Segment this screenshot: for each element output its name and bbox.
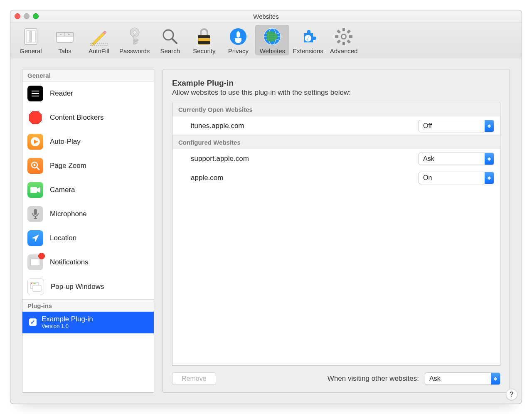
- privacy-icon: [228, 27, 248, 47]
- other-websites-label: When visiting other websites:: [328, 375, 419, 383]
- svg-rect-33: [335, 35, 338, 38]
- svg-rect-36: [337, 39, 341, 44]
- stepper-icon: [485, 172, 494, 184]
- security-icon: [194, 27, 214, 47]
- website-permission-select[interactable]: On: [419, 172, 494, 184]
- sidebar-item-label: Page Zoom: [50, 162, 86, 170]
- sidebar-item-label: Pop-up Windows: [51, 283, 104, 291]
- sidebar-item-reader[interactable]: Reader: [22, 81, 154, 106]
- content-blockers-icon: [27, 110, 43, 126]
- titlebar: Websites: [10, 10, 522, 22]
- plugin-title: Example Plug-in: [42, 315, 93, 323]
- sidebar-item-microphone[interactable]: Microphone: [22, 202, 154, 226]
- sidebar-item-content-blockers[interactable]: Content Blockers: [22, 106, 154, 130]
- stepper-icon: [485, 120, 494, 132]
- body: General Reader Content Blockers Auto-Pla…: [10, 57, 522, 404]
- open-websites-header: Currently Open Websites: [172, 103, 500, 116]
- websites-icon: [262, 27, 282, 47]
- zoom-window-button[interactable]: [33, 13, 39, 19]
- svg-point-61: [34, 283, 36, 284]
- website-domain: apple.com: [191, 174, 414, 182]
- detail-footer: Remove When visiting other websites: Ask: [172, 372, 500, 385]
- configured-websites-header: Configured Websites: [172, 136, 500, 149]
- plugin-version: Version 1.0: [42, 323, 93, 330]
- page-zoom-icon: [27, 158, 43, 174]
- auto-play-icon: [27, 134, 43, 150]
- tabs-icon: − +: [55, 27, 75, 47]
- svg-marker-51: [37, 187, 40, 193]
- remove-button[interactable]: Remove: [172, 372, 216, 385]
- sidebar-item-example-plugin[interactable]: ✓ Example Plug-in Version 1.0: [22, 312, 154, 333]
- tab-extensions[interactable]: Extensions: [289, 25, 326, 55]
- tab-advanced[interactable]: Advanced: [327, 25, 361, 55]
- website-row[interactable]: apple.com On: [172, 168, 500, 187]
- window-title: Websites: [10, 13, 522, 20]
- detail-panel: Example Plug-in Allow websites to use th…: [163, 69, 510, 393]
- svg-point-13: [133, 31, 136, 34]
- extensions-icon: [298, 27, 318, 47]
- sidebar-item-label: Microphone: [50, 210, 87, 218]
- preferences-toolbar: General − + Tabs: [10, 22, 522, 57]
- passwords-icon: [125, 27, 145, 47]
- website-row[interactable]: support.apple.com Ask: [172, 149, 500, 168]
- tab-tabs[interactable]: − + Tabs: [48, 25, 82, 55]
- svg-rect-56: [31, 259, 40, 266]
- websites-list: Currently Open Websites itunes.apple.com…: [172, 103, 500, 366]
- general-icon: [21, 27, 41, 47]
- autofill-icon: [89, 27, 109, 47]
- popup-windows-icon: [27, 278, 44, 295]
- tab-passwords[interactable]: Passwords: [116, 25, 153, 55]
- sidebar-item-popup-windows[interactable]: Pop-up Windows: [22, 274, 154, 299]
- sidebar-item-notifications[interactable]: Notifications: [22, 250, 154, 274]
- tab-general[interactable]: General: [14, 25, 48, 55]
- sidebar-item-location[interactable]: Location: [22, 226, 154, 250]
- preferences-window: Websites General − +: [10, 10, 522, 404]
- tab-websites[interactable]: Websites: [255, 25, 289, 55]
- website-permission-select[interactable]: Ask: [419, 153, 494, 165]
- website-permission-select[interactable]: Off: [419, 120, 494, 132]
- tab-autofill[interactable]: AutoFill: [82, 25, 116, 55]
- detail-title: Example Plug-in: [172, 79, 500, 88]
- website-row[interactable]: itunes.apple.com Off: [172, 116, 500, 136]
- microphone-icon: [27, 206, 43, 222]
- svg-rect-16: [135, 42, 137, 43]
- sidebar-item-label: Location: [50, 234, 76, 242]
- close-window-button[interactable]: [15, 13, 20, 19]
- reader-icon: [27, 86, 43, 101]
- website-domain: support.apple.com: [191, 155, 414, 163]
- tab-privacy[interactable]: Privacy: [221, 25, 255, 55]
- svg-rect-21: [198, 41, 210, 44]
- sidebar-item-page-zoom[interactable]: Page Zoom: [22, 154, 154, 178]
- svg-text:−: −: [59, 32, 62, 37]
- svg-point-59: [31, 283, 32, 284]
- stepper-icon: [491, 373, 500, 384]
- other-websites-select[interactable]: Ask: [425, 372, 500, 385]
- tab-search[interactable]: Search: [153, 25, 187, 55]
- help-button[interactable]: ?: [506, 389, 517, 400]
- plugin-enabled-checkbox[interactable]: ✓: [29, 318, 37, 326]
- svg-text:+: +: [68, 32, 70, 37]
- location-icon: [27, 230, 43, 246]
- svg-point-60: [33, 283, 34, 284]
- traffic-lights: [10, 13, 39, 19]
- sidebar-item-camera[interactable]: Camera: [22, 178, 154, 202]
- svg-marker-55: [32, 234, 39, 242]
- tab-security[interactable]: Security: [187, 25, 221, 55]
- svg-rect-58: [33, 285, 41, 291]
- notifications-icon: [27, 254, 43, 270]
- svg-line-47: [37, 167, 39, 170]
- websites-sidebar: General Reader Content Blockers Auto-Pla…: [22, 69, 154, 393]
- advanced-icon: [334, 27, 354, 47]
- sidebar-item-auto-play[interactable]: Auto-Play: [22, 130, 154, 154]
- detail-description: Allow websites to use this plug-in with …: [172, 89, 500, 97]
- minimize-window-button[interactable]: [24, 13, 30, 19]
- svg-rect-20: [198, 35, 210, 38]
- svg-rect-2: [30, 31, 32, 42]
- sidebar-item-label: Camera: [50, 186, 75, 194]
- svg-marker-8: [92, 32, 105, 45]
- notifications-badge-icon: [38, 253, 45, 259]
- sidebar-section-general: General: [22, 69, 154, 81]
- sidebar-section-plugins: Plug-ins: [22, 299, 154, 312]
- svg-rect-37: [337, 30, 341, 34]
- svg-point-39: [342, 35, 345, 38]
